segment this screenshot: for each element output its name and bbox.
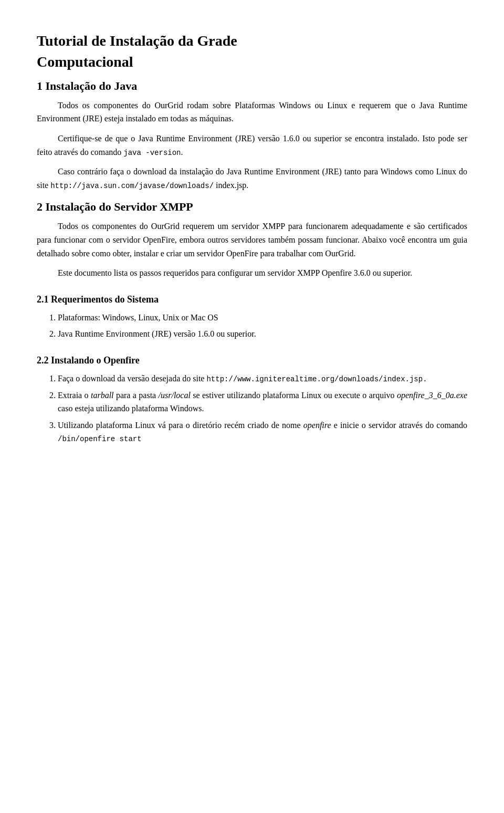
page-title-line1: Tutorial de Instalação da Grade xyxy=(37,32,467,50)
list-item-1: Faça o download da versão desejada do si… xyxy=(58,372,467,385)
subsection2-1-list: Plataformas: Windows, Linux, Unix or Mac… xyxy=(58,311,467,341)
section1-para2: Certifique-se de que o Java Runtime Envi… xyxy=(37,132,467,159)
list-item-3-prefix: Utilizando plataforma Linux vá para o di… xyxy=(58,421,303,430)
section2-para2: Este documento lista os passos requerido… xyxy=(37,266,467,280)
subsection2-2-list: Faça o download da versão desejada do si… xyxy=(58,372,467,445)
list-item-3-italic: openfire xyxy=(303,421,331,430)
page-title-line2: Computacional xyxy=(37,53,467,71)
list-item-2-italic2: /usr/local xyxy=(159,391,191,400)
list-item-3: Utilizando plataforma Linux vá para o di… xyxy=(58,419,467,445)
section1-para2-text: Certifique-se de que o Java Runtime Envi… xyxy=(37,134,467,157)
list-item: Plataformas: Windows, Linux, Unix or Mac… xyxy=(58,311,467,325)
section1-para3-suffix: index.jsp. xyxy=(214,181,248,190)
list-item-2-italic3: openfire_3_6_0a.exe xyxy=(397,391,467,400)
list-item-1-url: http://www.igniterealtime.org/downloads/… xyxy=(206,375,427,383)
section1-heading: 1 Instalação do Java xyxy=(37,77,467,95)
list-item-2-middle: para a pasta xyxy=(114,391,159,400)
list-item-3-code: /bin/openfire start xyxy=(58,435,142,443)
section1-para3: Caso contrário faça o download da instal… xyxy=(37,165,467,192)
section2-heading: 2 Instalação do Servidor XMPP xyxy=(37,198,467,215)
list-item-3-middle: e inicie o servidor através do comando xyxy=(331,421,467,430)
list-item: Java Runtime Environment (JRE) versão 1.… xyxy=(58,327,467,341)
list-item-2-italic1: tarball xyxy=(91,391,114,400)
section1-para1: Todos os componentes do OurGrid rodam so… xyxy=(37,99,467,126)
subsection2-2-heading: 2.2 Instalando o Openfire xyxy=(37,353,467,368)
subsection2-1-heading: 2.1 Requerimentos do Sistema xyxy=(37,293,467,307)
list-item-2-suffix: se estiver utilizando plataforma Linux o… xyxy=(191,391,397,400)
section1-para2-code: java -version xyxy=(123,149,181,157)
list-item-2: Extraia o tarball para a pasta /usr/loca… xyxy=(58,389,467,415)
section2-para1: Todos os componentes do OurGrid requerem… xyxy=(37,220,467,260)
list-item-2-suffix2: caso esteja utilizando plataforma Window… xyxy=(58,404,204,413)
list-item-2-prefix: Extraia o xyxy=(58,391,91,400)
section1-para3-url: http://java.sun.com/javase/downloads/ xyxy=(50,182,214,190)
list-item-1-text: Faça o download da versão desejada do si… xyxy=(58,374,206,383)
section1-para2-suffix: . xyxy=(181,148,183,157)
